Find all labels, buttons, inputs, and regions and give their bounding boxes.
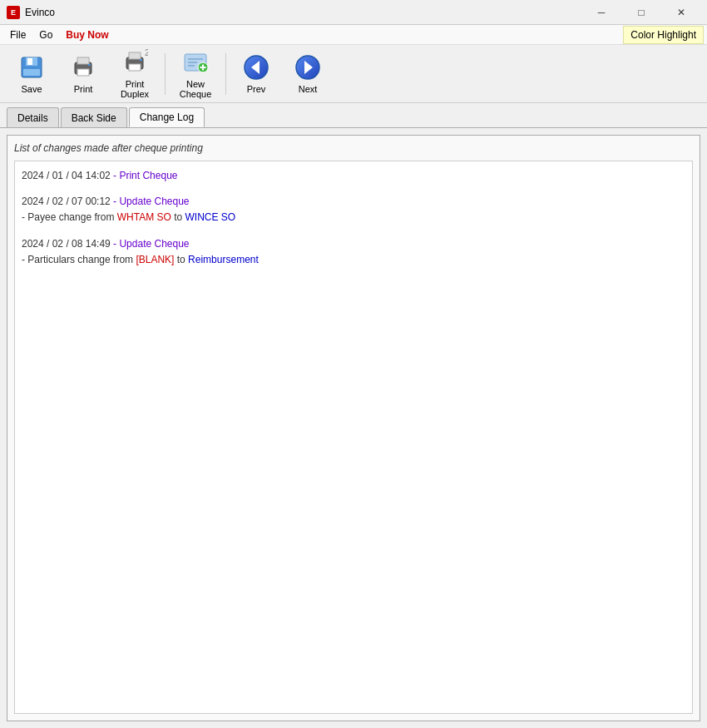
- log-old-value-2: WHTAM SO: [117, 211, 171, 223]
- log-detail-prefix-2: - Payee change from: [22, 211, 117, 223]
- svg-rect-7: [88, 64, 91, 66]
- print-duplex-label: Print Duplex: [114, 79, 156, 99]
- next-label: Next: [299, 84, 318, 94]
- svg-rect-10: [129, 64, 141, 71]
- prev-label: Prev: [247, 84, 266, 94]
- save-button[interactable]: Save: [7, 48, 57, 100]
- change-log-header: List of changes made after cheque printi…: [14, 142, 693, 154]
- log-middle-3: to: [174, 254, 188, 265]
- log-new-value-3: Reimbursement: [188, 254, 259, 265]
- print-button[interactable]: Print: [58, 48, 108, 100]
- window-controls: ─ □ ✕: [582, 1, 700, 24]
- window-title: Evinco: [25, 7, 582, 18]
- prev-icon: [243, 54, 269, 81]
- print-label: Print: [74, 84, 93, 94]
- log-timestamp-2: 2024 / 02 / 07 00:12: [22, 196, 111, 207]
- log-header-3: 2024 / 02 / 08 14:49 - Update Cheque: [22, 236, 685, 252]
- menu-go[interactable]: Go: [32, 26, 59, 44]
- new-cheque-label: New Cheque: [175, 79, 216, 99]
- title-bar: E Evinco ─ □ ✕: [0, 0, 707, 25]
- log-detail-prefix-3: - Particulars change from: [22, 254, 136, 265]
- maximize-button[interactable]: □: [622, 1, 660, 24]
- toolbar-separator-1: [165, 53, 166, 95]
- new-cheque-icon: [182, 49, 209, 76]
- save-label: Save: [21, 84, 42, 94]
- log-header-2: 2024 / 02 / 07 00:12 - Update Cheque: [22, 194, 685, 210]
- tab-details[interactable]: Details: [7, 107, 59, 127]
- change-log-content: 2024 / 01 / 04 14:02 - Print Cheque 2024…: [14, 161, 693, 714]
- new-cheque-button[interactable]: New Cheque: [171, 48, 220, 100]
- toolbar: Save Print 2 Print Duplex: [0, 45, 707, 103]
- log-action-2: - Update Cheque: [113, 196, 189, 207]
- prev-button[interactable]: Prev: [231, 48, 281, 100]
- log-detail-3: - Particulars change from [BLANK] to Rei…: [22, 252, 685, 268]
- tab-bar: Details Back Side Change Log: [0, 103, 707, 128]
- toolbar-separator-2: [225, 53, 226, 95]
- svg-rect-5: [77, 57, 89, 64]
- main-content: List of changes made after cheque printi…: [0, 128, 707, 728]
- log-timestamp-3: 2024 / 02 / 08 14:49: [22, 238, 111, 250]
- print-duplex-button[interactable]: 2 Print Duplex: [110, 48, 160, 100]
- log-detail-2: - Payee change from WHTAM SO to WINCE SO: [22, 210, 685, 225]
- log-entry-1: 2024 / 01 / 04 14:02 - Print Cheque: [22, 168, 685, 184]
- log-old-value-3: [BLANK]: [136, 254, 174, 265]
- print-icon: [70, 54, 96, 81]
- svg-rect-2: [27, 58, 32, 65]
- log-entry-2: 2024 / 02 / 07 00:12 - Update Cheque - P…: [22, 194, 685, 225]
- log-middle-2: to: [171, 211, 185, 223]
- tab-change-log[interactable]: Change Log: [129, 107, 205, 127]
- svg-rect-9: [129, 52, 141, 59]
- log-timestamp-1: 2024 / 01 / 04 14:02: [22, 170, 111, 181]
- menu-buy-now[interactable]: Buy Now: [59, 26, 115, 44]
- menu-bar: File Go Buy Now Color Highlight: [0, 25, 707, 45]
- menu-file[interactable]: File: [3, 26, 32, 44]
- log-action-1: - Print Cheque: [113, 170, 177, 181]
- svg-rect-11: [140, 59, 142, 61]
- log-new-value-2: WINCE SO: [185, 211, 236, 223]
- print-duplex-icon: 2: [121, 49, 148, 76]
- save-icon: [18, 54, 45, 81]
- log-entry-3: 2024 / 02 / 08 14:49 - Update Cheque - P…: [22, 236, 685, 268]
- svg-rect-6: [77, 69, 89, 76]
- next-button[interactable]: Next: [283, 48, 333, 100]
- svg-rect-3: [23, 69, 40, 76]
- app-icon: E: [7, 6, 20, 19]
- minimize-button[interactable]: ─: [582, 1, 620, 24]
- change-log-panel: List of changes made after cheque printi…: [7, 135, 700, 721]
- log-action-3: - Update Cheque: [113, 238, 189, 250]
- next-icon: [294, 54, 321, 81]
- svg-text:2: 2: [145, 49, 148, 57]
- tab-back-side[interactable]: Back Side: [61, 107, 127, 127]
- close-button[interactable]: ✕: [662, 1, 700, 24]
- color-highlight-label: Color Highlight: [623, 26, 704, 44]
